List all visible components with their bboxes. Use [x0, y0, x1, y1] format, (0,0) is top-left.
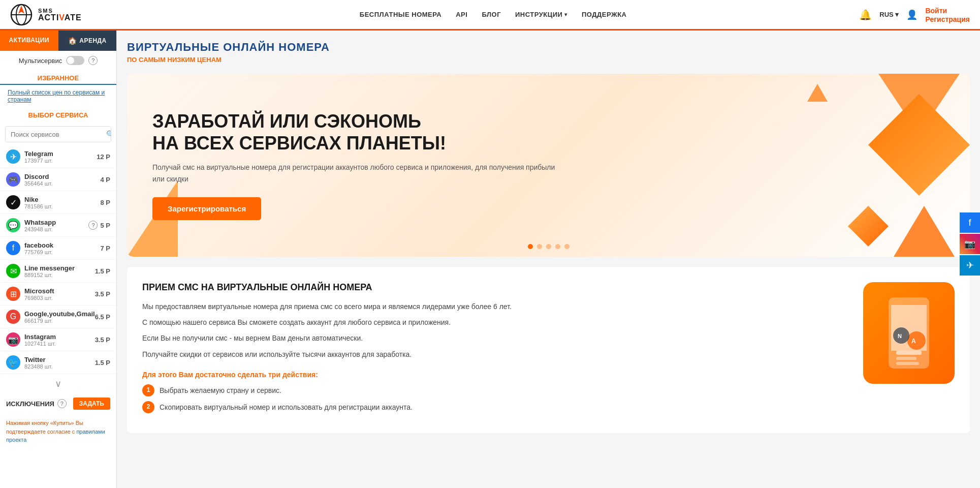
service-item-twitter[interactable]: 🐦 Twitter 823488 шт. 1.5 Р: [0, 351, 116, 374]
step-number-2: 2: [142, 401, 154, 413]
tab-rent[interactable]: 🏠 АРЕНДА: [58, 30, 117, 51]
service-item-instagram[interactable]: 📷 Instagram 1027411 шт. 3.5 Р: [0, 328, 116, 351]
twitter-name: Twitter: [24, 356, 95, 363]
info-p2: С помощью нашего сервиса Вы сможете созд…: [142, 316, 848, 329]
nav-links: БЕСПЛАТНЫЕ НОМЕРА API БЛОГ ИНСТРУКЦИИ ▾ …: [360, 11, 627, 18]
service-item-google[interactable]: G Google,youtube,Gmail 666179 шт. 6.5 Р: [0, 306, 116, 328]
page-subtitle: ПО САМЫМ НИЗКИМ ЦЕНАМ: [127, 56, 970, 64]
microsoft-price: 3.5 Р: [95, 290, 110, 298]
service-item-discord[interactable]: 🎮 Discord 356464 шт. 4 Р: [0, 168, 116, 191]
hero-shapes: [590, 74, 970, 257]
instagram-info: Instagram 1027411 шт.: [24, 333, 95, 347]
info-p4: Получайте скидки от сервисов или использ…: [142, 348, 848, 361]
step-text-2: Скопировать виртуальный номер и использо…: [160, 401, 413, 414]
tab-activations[interactable]: АКТИВАЦИИ: [0, 30, 58, 51]
bell-icon[interactable]: 🔔: [859, 9, 872, 21]
instagram-social-button[interactable]: 📷: [960, 234, 980, 254]
telegram-price: 12 Р: [97, 153, 110, 161]
multiservice-help-icon[interactable]: ?: [88, 56, 98, 65]
exceptions-row: ИСКЛЮЧЕНИЯ ? ЗАДАТЬ: [0, 393, 116, 414]
step-1: 1 Выбрать желаемую страну и сервис.: [142, 384, 848, 397]
show-more-button[interactable]: ∨: [0, 374, 116, 393]
service-item-whatsapp[interactable]: 💬 Whatsapp 243948 шт. ? 5 Р: [0, 214, 116, 237]
google-price: 6.5 Р: [95, 313, 110, 321]
whatsapp-price: 5 Р: [100, 222, 110, 229]
sidebar-footer: Нажимая кнопку «Купить» Вы подтверждаете…: [0, 414, 116, 443]
whatsapp-name: Whatsapp: [24, 219, 86, 226]
nav-instructions[interactable]: ИНСТРУКЦИИ ▾: [515, 11, 567, 18]
register-link[interactable]: Регистрация: [925, 15, 970, 23]
info-p1: Мы предоставляем виртуальные номера для …: [142, 300, 848, 313]
google-count: 666179 шт.: [24, 318, 95, 324]
exceptions-label: ИСКЛЮЧЕНИЯ: [6, 400, 54, 408]
set-exceptions-button[interactable]: ЗАДАТЬ: [73, 398, 110, 410]
telegram-icon: ✈: [6, 149, 20, 164]
nav-support[interactable]: ПОДДЕРЖКА: [582, 11, 627, 18]
hero-shape-4: [848, 206, 889, 247]
main-layout: АКТИВАЦИИ 🏠 АРЕНДА Мультисервис ? ИЗБРАН…: [0, 30, 980, 443]
telegram-count: 173977 шт.: [24, 158, 97, 164]
nike-price: 8 Р: [100, 199, 110, 206]
carousel-dot-2[interactable]: [537, 244, 542, 249]
google-icon: G: [6, 310, 20, 324]
whatsapp-help-icon[interactable]: ?: [88, 221, 98, 230]
service-item-line[interactable]: ✉ Line messenger 889152 шт. 1.5 Р: [0, 260, 116, 283]
svg-point-6: [907, 331, 926, 350]
price-list-link[interactable]: Полный список цен по сервисам и странам: [0, 85, 116, 107]
facebook-price: 7 Р: [100, 245, 110, 252]
hero-cta-button[interactable]: Зарегистрироваться: [152, 197, 261, 220]
language-selector[interactable]: RUS ▾: [879, 11, 899, 18]
facebook-info: facebook 775769 шт.: [24, 241, 100, 255]
microsoft-icon: ⊞: [6, 287, 20, 301]
nav-free-numbers[interactable]: БЕСПЛАТНЫЕ НОМЕРА: [360, 11, 441, 18]
google-info: Google,youtube,Gmail 666179 шт.: [24, 310, 95, 324]
search-input[interactable]: [6, 127, 101, 142]
info-cta: Для этого Вам достаточно сделать три дей…: [142, 369, 848, 381]
nike-icon: ✓: [6, 195, 20, 209]
svg-rect-10: [896, 362, 919, 365]
whatsapp-count: 243948 шт.: [24, 226, 86, 232]
service-item-nike[interactable]: ✓ Nike 781586 шт. 8 Р: [0, 191, 116, 214]
search-button[interactable]: 🔍: [101, 127, 111, 142]
instagram-price: 3.5 Р: [95, 336, 110, 344]
step-number-1: 1: [142, 384, 154, 396]
exceptions-help-icon[interactable]: ?: [57, 399, 67, 408]
carousel-dot-3[interactable]: [546, 244, 551, 249]
telegram-name: Telegram: [24, 150, 97, 158]
service-item-microsoft[interactable]: ⊞ Microsoft 769803 шт. 3.5 Р: [0, 283, 116, 306]
discord-icon: 🎮: [6, 172, 20, 187]
telegram-info: Telegram 173977 шт.: [24, 150, 97, 164]
nav-blog[interactable]: БЛОГ: [482, 11, 501, 18]
sidebar: АКТИВАЦИИ 🏠 АРЕНДА Мультисервис ? ИЗБРАН…: [0, 30, 117, 443]
service-list: ✈ Telegram 173977 шт. 12 Р 🎮 Discord 356…: [0, 145, 116, 374]
sidebar-tabs: АКТИВАЦИИ 🏠 АРЕНДА: [0, 30, 116, 51]
carousel-dot-1[interactable]: [528, 244, 533, 249]
carousel-dots: [528, 244, 570, 249]
service-item-facebook[interactable]: f facebook 775769 шт. 7 Р: [0, 237, 116, 260]
service-item-telegram[interactable]: ✈ Telegram 173977 шт. 12 Р: [0, 145, 116, 168]
nav-api[interactable]: API: [456, 11, 467, 18]
telegram-social-button[interactable]: ✈: [960, 255, 980, 276]
main-content: ВИРТУАЛЬНЫЕ ОНЛАЙН НОМЕРА ПО САМЫМ НИЗКИ…: [117, 30, 980, 443]
user-icon: 👤: [906, 9, 918, 20]
login-link[interactable]: Войти: [925, 7, 947, 15]
svg-text:N: N: [898, 333, 902, 339]
rent-icon: 🏠: [68, 37, 77, 45]
hero-shape-3: [894, 206, 955, 257]
line-price: 1.5 Р: [95, 267, 110, 275]
discord-name: Discord: [24, 173, 100, 180]
search-row: 🔍: [5, 126, 111, 142]
instagram-count: 1027411 шт.: [24, 341, 95, 347]
carousel-dot-5[interactable]: [564, 244, 570, 249]
logo[interactable]: SMS ACTIVATE: [10, 4, 127, 26]
multiservice-label: Мультисервис: [19, 57, 62, 65]
carousel-dot-4[interactable]: [555, 244, 560, 249]
multiservice-toggle[interactable]: [66, 56, 84, 65]
svg-marker-3: [18, 6, 24, 14]
google-name: Google,youtube,Gmail: [24, 310, 95, 318]
svg-rect-9: [896, 357, 916, 360]
microsoft-name: Microsoft: [24, 287, 95, 295]
twitter-info: Twitter 823488 шт.: [24, 356, 95, 370]
facebook-social-button[interactable]: f: [960, 212, 980, 233]
twitter-icon: 🐦: [6, 355, 20, 370]
